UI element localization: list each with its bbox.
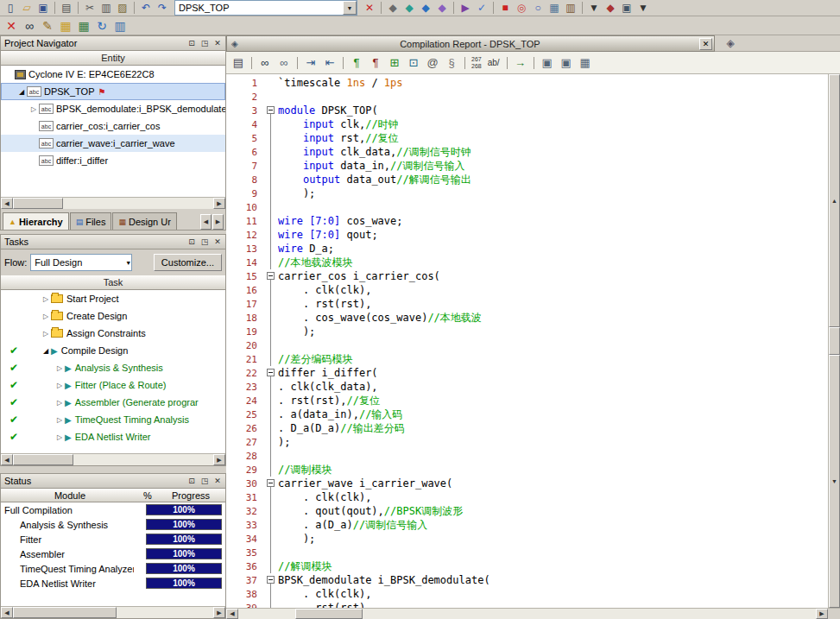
code-line[interactable]: 29//调制模块 [226, 463, 828, 477]
code-line[interactable]: 7 input data_in,//调制信号输入 [226, 159, 828, 173]
status-hscroll-thumb[interactable] [13, 607, 117, 618]
report-close-icon[interactable]: ✕ [699, 38, 712, 50]
fold-toggle-icon[interactable] [264, 269, 278, 283]
scroll-right-icon[interactable]: ▶ [213, 198, 225, 209]
copy-icon[interactable]: ▥ [98, 1, 114, 15]
task-row[interactable]: ✔▷▶TimeQuest Timing Analysis [1, 411, 225, 428]
expand-icon[interactable]: ▷ [54, 433, 65, 441]
fold-minus-box[interactable] [267, 479, 275, 487]
code-line[interactable]: 18 . cos_wave(cos_wave)//本地载波 [226, 311, 828, 325]
report-icon[interactable]: ▥ [111, 17, 129, 34]
stop-icon[interactable]: ■ [497, 1, 513, 15]
float-button[interactable]: ◳ [199, 476, 211, 487]
code-editor[interactable]: 1`timescale 1ns / 1ps23module DPSK_TOP(4… [226, 74, 840, 608]
code-line[interactable]: 9 ); [226, 186, 828, 200]
system-icon[interactable]: ◆ [603, 1, 618, 15]
expand-icon[interactable]: ▷ [54, 399, 65, 407]
editor-vscroll-thumb[interactable] [829, 327, 840, 354]
code-line[interactable]: 38 . clk(clk), [226, 587, 828, 601]
scroll-right-icon[interactable]: ▶ [816, 609, 828, 619]
auto-hide-button[interactable]: ⊡ [186, 476, 198, 487]
scroll-left-icon[interactable]: ◀ [226, 609, 238, 619]
template-icon[interactable]: ⊞ [386, 54, 403, 72]
pn-hscroll-thumb[interactable] [13, 198, 63, 209]
collapse-icon[interactable]: ◢ [41, 347, 51, 355]
code-line[interactable]: 14//本地载波模块 [226, 256, 828, 269]
code-line[interactable]: 33 . a(D_a)//调制信号输入 [226, 518, 828, 532]
code-line[interactable]: 2 [226, 90, 828, 104]
case-sensitive-icon[interactable]: ab/ [485, 58, 502, 67]
redo-icon[interactable]: ↷ [155, 1, 170, 15]
tasks-titlebar[interactable]: Tasks ⊡◳✕ [1, 235, 225, 249]
entity-combo[interactable]: DPSK_TOP ▼ [174, 0, 357, 16]
code-line[interactable]: 21//差分编码模块 [226, 352, 828, 366]
expand-icon[interactable]: ▷ [28, 105, 39, 113]
messages-icon[interactable]: ✕ [3, 17, 20, 34]
flow-combo-dropdown-icon[interactable]: ▼ [125, 260, 131, 266]
status-hscrollbar[interactable]: ◀ ▶ [1, 606, 225, 618]
start-analysis-icon[interactable]: ✓ [474, 1, 489, 15]
docked-toolbar-icon[interactable]: ◈ [722, 36, 739, 51]
editor-hscrollbar[interactable]: ◀ ▶ [226, 608, 840, 619]
cut-icon[interactable]: ✂ [82, 1, 98, 15]
project-navigator-titlebar[interactable]: Project Navigator ⊡◳✕ [1, 36, 225, 51]
unindent-icon[interactable]: ⇤ [321, 54, 338, 72]
entity-tree-item[interactable]: Cyclone IV E: EP4CE6E22C8 [1, 66, 225, 83]
print-icon[interactable]: ▤ [230, 54, 247, 72]
code-line[interactable]: 19 ); [226, 325, 828, 338]
assignment-editor-icon[interactable]: ◆ [401, 1, 417, 15]
pn-hscrollbar[interactable]: ◀ ▶ [1, 197, 225, 209]
scroll-down-icon[interactable]: ▼ [829, 355, 840, 608]
code-line[interactable]: 12wire [7:0] qout; [226, 228, 828, 242]
entity-tree-item[interactable]: abcdiffer:i_differ [1, 152, 225, 169]
symbol-icon[interactable]: § [443, 54, 460, 72]
entity-tree-item[interactable]: abccarrier_wave:i_carrier_wave [1, 135, 225, 152]
tasks-hscroll-thumb[interactable] [13, 454, 73, 465]
fold-minus-box[interactable] [267, 106, 275, 114]
refresh-icon[interactable]: ↻ [93, 17, 111, 34]
module-column-header[interactable]: Module [1, 489, 139, 502]
code-line[interactable]: 32 . qout(qout),//BPSK调制波形 [226, 504, 828, 518]
timing-analyzer-icon[interactable]: ◆ [434, 1, 450, 15]
open-file-icon[interactable]: ▱ [19, 1, 35, 15]
scroll-left-icon[interactable]: ◀ [1, 454, 13, 465]
float-button[interactable]: ◳ [199, 38, 211, 49]
float-button[interactable]: ◳ [199, 237, 211, 248]
expand-icon[interactable]: ▷ [41, 330, 51, 338]
code-line[interactable]: 17 . rst(rst), [226, 297, 828, 311]
scroll-right-icon[interactable]: ▶ [213, 454, 225, 465]
status-titlebar[interactable]: Status ⊡◳✕ [1, 474, 225, 489]
print-icon[interactable]: ▤ [59, 1, 74, 15]
task-column-header[interactable]: Task [1, 275, 225, 290]
task-row[interactable]: ▷Start Project [1, 290, 225, 307]
report-window-titlebar[interactable]: ◈ Compilation Report - DPSK_TOP ✕ [226, 35, 715, 52]
assignment-editor-icon[interactable]: ✎ [39, 17, 56, 34]
netlist-viewer-icon[interactable]: ▥ [563, 1, 578, 15]
code-line[interactable]: 15carrier_cos i_carrier_cos( [226, 269, 828, 283]
close-button[interactable]: ✕ [212, 237, 224, 248]
combo-dropdown-icon[interactable]: ▼ [343, 1, 357, 15]
code-line[interactable]: 6 input clk_data,//调制信号时钟 [226, 145, 828, 159]
code-line[interactable]: 39 . rst(rst), [226, 601, 828, 608]
fold-minus-box[interactable] [267, 576, 275, 584]
pin-planner-icon[interactable]: ◆ [418, 1, 433, 15]
entity-tree-item[interactable]: ▷abcBPSK_demodulate:i_BPSK_demodulate [1, 100, 225, 117]
scroll-up-icon[interactable]: ▲ [829, 74, 840, 327]
code-line[interactable]: 4 input clk,//时钟 [226, 117, 828, 131]
attach-icon[interactable]: @ [424, 54, 441, 72]
task-row[interactable]: ✔▷▶Analysis & Synthesis [1, 359, 225, 376]
code-line[interactable]: 22differ i_differ( [226, 366, 828, 380]
fold-toggle-icon[interactable] [264, 573, 278, 587]
tab-hierarchy[interactable]: ▲Hierarchy [3, 212, 69, 230]
fold-toggle-icon[interactable] [264, 104, 278, 117]
auto-hide-button[interactable]: ⊡ [186, 237, 198, 248]
task-row[interactable]: ✔◢▶Compile Design [1, 342, 225, 359]
keyboard-icon[interactable]: ▦ [577, 54, 594, 72]
expand-icon[interactable]: ▷ [41, 295, 51, 303]
scroll-left-icon[interactable]: ◀ [1, 198, 13, 209]
window-icon[interactable]: ▣ [619, 1, 635, 15]
expand-icon[interactable]: ▷ [54, 416, 65, 424]
flow-combo[interactable]: Full Design ▼ [30, 254, 132, 271]
paste-icon[interactable]: ▨ [115, 1, 130, 15]
progress-column-header[interactable]: Progress [156, 489, 225, 502]
